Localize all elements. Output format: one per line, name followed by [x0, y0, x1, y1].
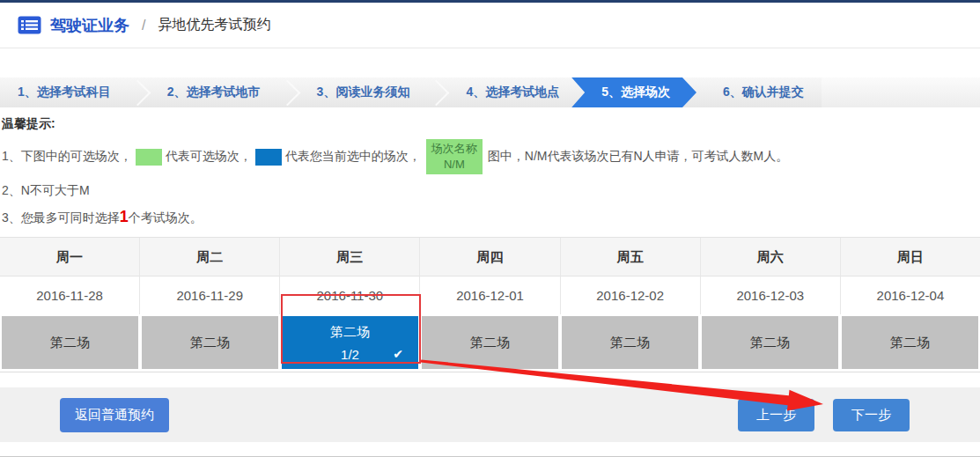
selected-color-swatch: [255, 149, 282, 166]
session-cell-friday[interactable]: 第二场: [562, 316, 698, 369]
return-normal-booking-button[interactable]: 返回普通预约: [60, 398, 169, 432]
badge-ratio: N/M: [444, 157, 465, 173]
exam-booking-page: 驾驶证业务 / 异地优先考试预约 1、选择考试科目 2、选择考试地市 3、阅读业…: [0, 0, 980, 457]
session-cell-monday[interactable]: 第二场: [2, 316, 138, 369]
step-2-tab[interactable]: 2、选择考试地市: [150, 77, 278, 107]
weekday-header-row: 周一 周二 周三 周四 周五 周六 周日: [0, 238, 980, 276]
footer-action-bar: 返回普通预约 上一步 下一步: [0, 387, 980, 442]
previous-step-button[interactable]: 上一步: [738, 399, 814, 431]
page-header: 驾驶证业务 / 异地优先考试预约: [0, 3, 980, 48]
date-cell: 2016-12-03: [701, 276, 841, 314]
step-1-tab[interactable]: 1、选择考试科目: [0, 77, 129, 107]
step-3-tab[interactable]: 3、阅读业务须知: [299, 77, 428, 107]
weekday-header: 周五: [561, 238, 701, 276]
session-cell-sunday[interactable]: 第二场: [842, 316, 978, 369]
tips-title: 温馨提示:: [2, 116, 980, 132]
tip-line-3: 3、您最多可同时选择1个考试场次。: [2, 208, 980, 226]
check-icon: ✔: [393, 347, 403, 361]
weekday-header: 周日: [841, 238, 980, 276]
available-color-swatch: [136, 149, 162, 166]
date-cell: 2016-11-30: [280, 276, 420, 314]
list-icon: [18, 16, 41, 34]
chevron-separator-icon: [278, 77, 299, 107]
selected-session-label: 第二场: [330, 324, 370, 341]
breadcrumb-separator: /: [142, 18, 145, 33]
page-title: 异地优先考试预约: [158, 16, 270, 34]
chevron-separator-icon: [427, 77, 448, 107]
max-select-count: 1: [120, 208, 129, 225]
step-buttons-group: 上一步 下一步: [738, 399, 910, 431]
step-6-tab[interactable]: 6、确认并提交: [696, 77, 822, 107]
step-4-tab[interactable]: 4、选择考试地点: [448, 77, 577, 107]
session-row: 第二场 第二场 第二场 1/2 ✔ 第二场 第二场 第二场 第二场: [0, 314, 980, 372]
weekday-header: 周一: [0, 238, 140, 276]
weekday-header: 周二: [140, 238, 280, 276]
tip3-text-a: 3、您最多可同时选择: [2, 210, 120, 225]
tip3-text-b: 个考试场次。: [129, 210, 203, 225]
weekday-header: 周六: [701, 238, 841, 276]
badge-session-name: 场次名称: [431, 141, 477, 157]
date-row: 2016-11-28 2016-11-29 2016-11-30 2016-12…: [0, 276, 980, 314]
weekday-header: 周四: [420, 238, 560, 276]
tips-section: 温馨提示: 1、下图中的可选场次， 代表可选场次， 代表您当前选中的场次， 场次…: [0, 107, 980, 226]
date-cell: 2016-11-28: [0, 276, 140, 314]
chevron-separator-icon: [129, 77, 150, 107]
step-5-tab-active[interactable]: 5、选择场次: [571, 77, 696, 107]
session-schedule-table: 周一 周二 周三 周四 周五 周六 周日 2016-11-28 2016-11-…: [0, 237, 980, 372]
tip-line-2: 2、N不可大于M: [2, 183, 980, 199]
tip1-text-b: 代表可选场次，: [166, 149, 252, 165]
tip1-text-a: 1、下图中的可选场次，: [2, 149, 132, 165]
session-cell-tuesday[interactable]: 第二场: [142, 316, 278, 369]
breadcrumb-root[interactable]: 驾驶证业务: [50, 15, 129, 36]
date-cell: 2016-12-01: [420, 276, 560, 314]
step-progress-bar: 1、选择考试科目 2、选择考试地市 3、阅读业务须知 4、选择考试地点 5、选择…: [0, 77, 980, 107]
date-cell: 2016-12-04: [841, 276, 980, 314]
date-cell: 2016-12-02: [561, 276, 701, 314]
session-cell-wednesday-selected[interactable]: 第二场 1/2 ✔: [282, 316, 418, 369]
session-cell-saturday[interactable]: 第二场: [702, 316, 838, 369]
step-bar-filler: [822, 77, 980, 107]
session-cell-thursday[interactable]: 第二场: [422, 316, 558, 369]
date-cell: 2016-11-29: [140, 276, 280, 314]
selected-session-count: 1/2: [341, 347, 359, 362]
tip1-text-c: 代表您当前选中的场次，: [285, 149, 421, 165]
tip1-text-d: 图中，N/M代表该场次已有N人申请，可考试人数M人。: [488, 149, 788, 165]
session-badge-example: 场次名称 N/M: [426, 139, 483, 174]
weekday-header: 周三: [280, 238, 420, 276]
tip-line-1: 1、下图中的可选场次， 代表可选场次， 代表您当前选中的场次， 场次名称 N/M…: [2, 139, 980, 174]
next-step-button[interactable]: 下一步: [833, 399, 910, 431]
